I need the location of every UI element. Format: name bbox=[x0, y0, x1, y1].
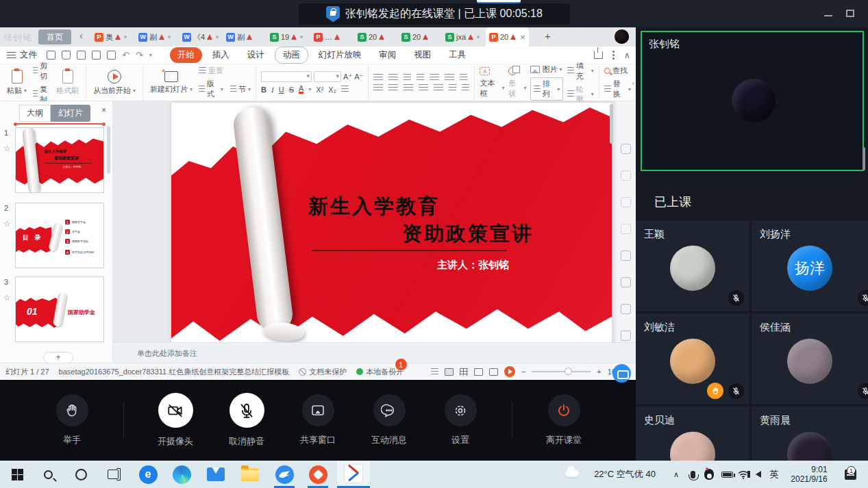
search-button[interactable] bbox=[36, 461, 60, 488]
subscript-button[interactable]: X₂ bbox=[328, 86, 336, 94]
presenter-view-icon[interactable] bbox=[489, 368, 498, 376]
replace-button[interactable]: 替换 bbox=[613, 79, 626, 99]
maximize-button[interactable] bbox=[846, 10, 854, 17]
align-left-icon[interactable] bbox=[373, 84, 383, 92]
collapse-ribbon-icon[interactable]: ∧ bbox=[624, 50, 630, 60]
font-size-select[interactable] bbox=[314, 71, 341, 82]
columns-icon[interactable] bbox=[445, 74, 454, 81]
tab-scroll-left-icon[interactable]: ‹ bbox=[79, 29, 83, 41]
superscript-button[interactable]: X² bbox=[316, 86, 323, 94]
save-icon[interactable] bbox=[62, 51, 71, 60]
window-panel-icon[interactable] bbox=[621, 251, 631, 261]
font-family-select[interactable] bbox=[261, 71, 312, 82]
notes-toggle-icon[interactable] bbox=[431, 368, 438, 376]
slide-thumbnail-3[interactable]: 01 国家助学金 bbox=[15, 277, 104, 342]
play-from-current-button[interactable]: 从当前开始▾ bbox=[91, 70, 138, 96]
tab-animation[interactable]: 动画 bbox=[275, 47, 308, 64]
participant-tile[interactable]: 史贝迪 bbox=[636, 407, 749, 461]
new-tab-button[interactable]: + bbox=[545, 30, 551, 42]
format-painter-button[interactable]: 格式刷 bbox=[54, 70, 81, 96]
indent-increase-icon[interactable] bbox=[417, 74, 424, 81]
settings-panel-icon[interactable] bbox=[621, 304, 631, 314]
mail-app-button[interactable] bbox=[203, 461, 229, 488]
messages-button[interactable]: 1 互动消息 bbox=[369, 394, 409, 446]
classroom-app-button[interactable] bbox=[337, 461, 370, 488]
slideshow-play-icon[interactable] bbox=[504, 366, 515, 377]
export-icon[interactable] bbox=[77, 51, 86, 60]
slide-thumbnail-1[interactable]: 新生入学教育 资助政策宣讲 主讲人：张钊铭 bbox=[15, 127, 104, 193]
paragraph-spacing-icon[interactable] bbox=[462, 84, 469, 92]
redo-icon[interactable]: ↷ bbox=[136, 50, 143, 60]
beautify-icon[interactable] bbox=[621, 277, 631, 287]
font-decrease-button[interactable]: A⁻ bbox=[354, 73, 363, 81]
notification-center-button[interactable]: 1 bbox=[840, 461, 860, 488]
tray-expand-icon[interactable]: ∧ bbox=[669, 461, 684, 488]
input-language[interactable]: 英 bbox=[766, 461, 782, 488]
arrange-button[interactable]: 排列 bbox=[543, 79, 555, 99]
home-button[interactable]: 首页 bbox=[38, 29, 71, 44]
document-tab[interactable]: W 副 bbox=[135, 27, 174, 47]
strikethrough-button[interactable]: S bbox=[289, 86, 294, 94]
tab-view[interactable]: 视图 bbox=[406, 47, 438, 63]
document-tab[interactable]: P 奥 bbox=[91, 27, 130, 47]
slide-scrollbar[interactable] bbox=[610, 104, 613, 144]
document-tab[interactable]: S 19 bbox=[266, 27, 306, 47]
tab-tools[interactable]: 工具 bbox=[441, 47, 473, 63]
thumbnail-scrollbar[interactable] bbox=[107, 126, 110, 174]
participant-tile[interactable]: 王颖 bbox=[636, 220, 749, 311]
zoom-slider-knob[interactable] bbox=[565, 368, 572, 375]
more-icon[interactable] bbox=[612, 54, 615, 56]
document-tab-active[interactable]: P 20 × bbox=[486, 27, 529, 47]
normal-view-icon[interactable] bbox=[445, 368, 454, 376]
start-button[interactable] bbox=[5, 461, 29, 488]
undo-icon[interactable]: ↶ bbox=[122, 50, 129, 60]
document-tab[interactable]: S 20 bbox=[354, 27, 388, 47]
section-button[interactable]: 节 bbox=[238, 84, 246, 94]
history-icon[interactable] bbox=[621, 331, 631, 341]
textbox-button[interactable]: 文本框 bbox=[480, 78, 499, 99]
dingtalk-app-button[interactable] bbox=[271, 461, 297, 488]
smart-align-icon[interactable] bbox=[621, 224, 631, 234]
zoom-in-icon[interactable]: + bbox=[597, 368, 601, 376]
document-tab[interactable]: S 20 bbox=[398, 27, 432, 47]
minimize-button[interactable] bbox=[824, 15, 832, 16]
browser-app-button[interactable]: e bbox=[135, 461, 161, 488]
line-spacing-icon[interactable] bbox=[449, 84, 456, 92]
text-direction-icon[interactable] bbox=[430, 74, 439, 81]
font-color-button[interactable]: A bbox=[299, 85, 303, 94]
bold-button[interactable]: B bbox=[261, 86, 266, 94]
weather-icon[interactable] bbox=[562, 461, 582, 488]
clock[interactable]: 9:012021/9/16 bbox=[785, 461, 833, 488]
task-view-button[interactable] bbox=[101, 461, 125, 488]
italic-button[interactable]: I bbox=[271, 86, 274, 94]
cut-button[interactable]: 剪切 bbox=[33, 61, 50, 81]
tab-insert[interactable]: 插入 bbox=[205, 47, 237, 63]
leave-class-button[interactable]: 离开课堂 bbox=[544, 394, 584, 446]
settings-button[interactable]: 设置 bbox=[441, 394, 480, 446]
tab-slides[interactable]: 幻灯片 bbox=[51, 105, 90, 122]
shapes-button[interactable]: 形状 bbox=[508, 78, 521, 99]
find-button[interactable]: 查找 bbox=[612, 66, 628, 76]
indent-decrease-icon[interactable] bbox=[404, 74, 411, 81]
clear-format-icon[interactable] bbox=[341, 86, 349, 93]
align-text-icon[interactable] bbox=[460, 74, 467, 81]
open-icon[interactable] bbox=[47, 51, 55, 60]
numbering-icon[interactable] bbox=[388, 74, 398, 81]
tray-mic-icon[interactable] bbox=[685, 461, 700, 488]
camera-on-button[interactable]: 开摄像头 bbox=[156, 393, 195, 448]
cortana-button[interactable] bbox=[69, 461, 93, 488]
volume-icon[interactable] bbox=[750, 461, 767, 488]
battery-icon[interactable] bbox=[718, 461, 736, 488]
tab-home[interactable]: 开始 bbox=[170, 47, 202, 63]
share-window-button[interactable]: 共享窗口 bbox=[298, 394, 338, 446]
slide-canvas[interactable]: 新生入学教育 资助政策宣讲 主讲人：张钊铭 bbox=[171, 103, 612, 346]
close-icon[interactable]: × bbox=[520, 32, 525, 42]
participant-tile[interactable]: 侯佳涵 bbox=[752, 313, 868, 404]
account-avatar[interactable] bbox=[615, 29, 629, 44]
paste-button[interactable]: 粘贴▾ bbox=[5, 70, 29, 96]
slide-sorter-icon[interactable] bbox=[460, 368, 468, 376]
tab-slideshow[interactable]: 幻灯片放映 bbox=[311, 47, 369, 63]
justify-icon[interactable] bbox=[419, 84, 428, 92]
protection-status[interactable]: 文档未保护 bbox=[309, 367, 347, 377]
properties-icon[interactable] bbox=[621, 144, 631, 154]
